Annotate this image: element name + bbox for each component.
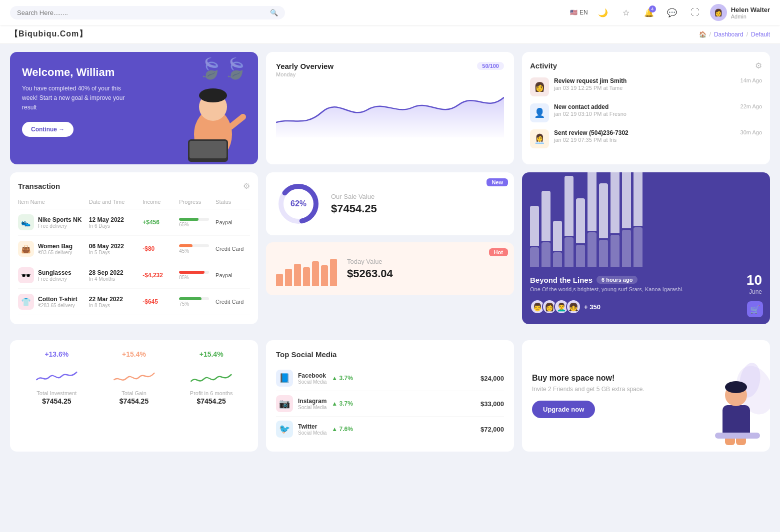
stats-inner: +13.6% Total Investment $7454.25 +15.4% …: [20, 350, 248, 405]
cart-icon[interactable]: 🛒: [747, 301, 763, 317]
activity-time-1: 22m Ago: [740, 103, 762, 109]
breadcrumb-dashboard[interactable]: Dashboard: [714, 31, 744, 38]
bar-item-0: [530, 206, 539, 267]
social-name-2: Twitter: [298, 423, 326, 430]
transaction-header: Transaction ⚙: [18, 181, 250, 191]
table-row: 🕶️ Sunglasses Free delivery 28 Sep 2022 …: [18, 262, 250, 289]
bar-sub-4: [576, 245, 585, 267]
fullscreen-icon[interactable]: ⛶: [687, 4, 703, 20]
item-info-3: Cotton T-shirt ₹283.65 delivery: [38, 296, 78, 308]
instagram-icon: 📷: [276, 395, 293, 412]
income-0: +$456: [142, 219, 177, 226]
stat-pct-2: +15.4%: [200, 350, 224, 358]
search-bar[interactable]: 🔍: [10, 6, 285, 19]
breadcrumb-bar: 【Biqubiqu.Com】 🏠 / Dashboard / Default: [0, 25, 780, 44]
plus-count: + 350: [584, 303, 600, 311]
table-row: 👕 Cotton T-shirt ₹283.65 delivery 22 Mar…: [18, 289, 250, 315]
progress-cell-3: 75%: [179, 297, 214, 307]
upgrade-button[interactable]: Upgrade now: [532, 401, 595, 418]
activity-content-2: Sent review (504)236-7302 jan 02 19 07:3…: [554, 129, 736, 143]
bar-item-7: [610, 172, 620, 267]
welcome-card: 🍃🍃 Welcome, William You have completed 4…: [10, 52, 258, 164]
bar-5: [321, 265, 328, 286]
bar-main-0: [530, 206, 539, 246]
date-sub-0: In 6 Days: [89, 223, 140, 229]
yearly-header: Yearly Overview Monday 50/100: [276, 62, 504, 77]
progress-cell-1: 45%: [179, 244, 214, 254]
social-amount-0: $24,000: [480, 375, 504, 382]
bar-0: [276, 274, 283, 286]
beyond-time-badge: 6 hours ago: [596, 276, 638, 284]
activity-name-0: Review request jim Smith: [554, 77, 736, 84]
space-title: Buy more space now!: [532, 374, 669, 383]
item-icon-1: 👜: [18, 241, 34, 257]
bar-2: [294, 264, 301, 286]
sale-label: Our Sale Value: [331, 193, 377, 200]
social-row-0: 📘 Facebook Social Media ▲ 3.7% $24,000: [276, 366, 504, 391]
date-2: 28 Sep 2022: [89, 269, 140, 276]
beyond-description: One Of the world,s brightest, young surf…: [530, 286, 684, 292]
stat-label-0: Total Investment: [36, 390, 76, 396]
transaction-gear-icon[interactable]: ⚙: [243, 181, 250, 191]
user-role: Admin: [731, 13, 770, 19]
social-type-1: Social Media: [298, 405, 326, 410]
bar-item-5: [588, 172, 596, 267]
user-name: Helen Walter: [731, 6, 770, 13]
status-3: Credit Card: [216, 299, 250, 305]
table-header: Item Name Date and Time Income Progress …: [18, 197, 250, 209]
bar-main-8: [622, 172, 631, 228]
date-num: 10: [746, 272, 762, 288]
bar-main-4: [576, 198, 585, 243]
bar-main-3: [564, 176, 574, 236]
bar-group: [530, 187, 762, 267]
social-type-2: Social Media: [298, 430, 326, 436]
item-cell-0: 👟 Nike Sports NK Free delivery: [18, 214, 87, 230]
star-icon[interactable]: ☆: [618, 4, 634, 20]
stat-pct-0: +13.6%: [44, 350, 68, 358]
breadcrumb: 🏠 / Dashboard / Default: [699, 31, 770, 38]
home-icon[interactable]: 🏠: [699, 31, 706, 38]
yearly-pill: 50/100: [477, 62, 504, 70]
activity-item-0: 👩 Review request jim Smith jan 03 19 12:…: [530, 77, 762, 96]
user-profile[interactable]: 👩 Helen Walter Admin: [710, 4, 770, 21]
transaction-title: Transaction: [18, 182, 60, 190]
stat-label-1: Total Gain: [122, 390, 146, 396]
date-sub-2: In 4 Months: [89, 276, 140, 282]
date-sub-3: In 8 Days: [89, 303, 140, 308]
stat-item-0: +13.6% Total Investment $7454.25: [20, 350, 94, 405]
main-grid: 🍃🍃 Welcome, William You have completed 4…: [0, 44, 780, 340]
notifications-bell[interactable]: 🔔4: [641, 4, 657, 20]
language-selector[interactable]: 🇺🇸 EN: [570, 9, 588, 16]
date-cell-3: 22 Mar 2022 In 8 Days: [89, 296, 140, 308]
search-input[interactable]: [17, 9, 266, 16]
date-3: 22 Mar 2022: [89, 296, 140, 303]
social-info-1: Instagram Social Media: [298, 398, 326, 410]
sale-column: New 62% Our Sale Value $7454.25 Hot: [266, 172, 514, 324]
item-icon-2: 🕶️: [18, 267, 34, 283]
activity-card: Activity ⚙ 👩 Review request jim Smith ja…: [522, 52, 770, 164]
bar-main-2: [553, 221, 562, 251]
social-pct-1: ▲ 3.7%: [332, 400, 353, 407]
stat-item-2: +15.4% Profit in 6 months $7454.25: [174, 350, 248, 405]
breadcrumb-default: Default: [751, 31, 770, 38]
table-row: 👟 Nike Sports NK Free delivery 12 May 20…: [18, 209, 250, 236]
status-2: Paypal: [216, 272, 250, 278]
messages-icon[interactable]: 💬: [664, 4, 680, 20]
beyond-title-group: Beyond the Lines 6 hours ago One Of the …: [530, 276, 684, 292]
beyond-title: Beyond the Lines 6 hours ago: [530, 276, 684, 284]
date-1: 06 May 2022: [89, 243, 140, 250]
sep2: /: [746, 31, 748, 38]
activity-gear-icon[interactable]: ⚙: [755, 61, 762, 70]
yearly-title-group: Yearly Overview Monday: [276, 62, 334, 77]
item-name-1: Women Bag: [38, 243, 72, 250]
bar-sub-3: [564, 237, 574, 267]
activity-detail-1: jan 02 19 03:10 PM at Fresno: [554, 111, 736, 117]
svg-point-2: [199, 88, 227, 102]
continue-button[interactable]: Continue →: [22, 122, 74, 137]
today-bar-chart: [276, 251, 337, 286]
dark-mode-toggle[interactable]: 🌙: [595, 4, 611, 20]
social-row-2: 🐦 Twitter Social Media ▲ 7.6% $72,000: [276, 417, 504, 442]
activity-item-2: 👩‍💼 Sent review (504)236-7302 jan 02 19 …: [530, 129, 762, 148]
bar-sub-5: [588, 232, 596, 267]
bar-sub-9: [634, 227, 642, 267]
